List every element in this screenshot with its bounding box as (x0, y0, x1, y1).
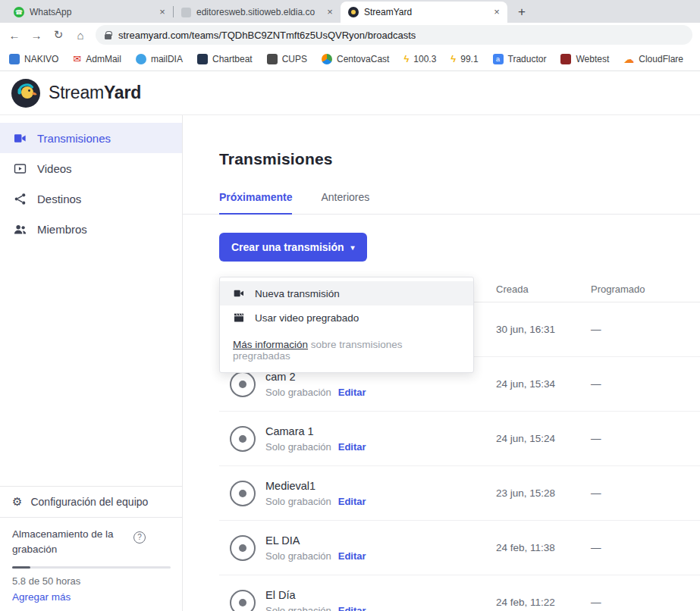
record-icon (230, 590, 256, 611)
scheduled-date: — (591, 597, 700, 608)
bookmark-webtest[interactable]: Webtest (560, 54, 609, 64)
created-date: 30 jun, 16:31 (496, 324, 591, 335)
site-favicon (181, 8, 191, 17)
traductor-icon: a (493, 54, 504, 64)
bookmark-99-1[interactable]: ϟ 99.1 (450, 54, 478, 64)
bookmark-label: AdmMail (86, 54, 121, 64)
edit-link[interactable]: Editar (338, 605, 366, 611)
broadcast-subtitle: Solo grabación (265, 496, 331, 507)
team-settings-label: Configuración del equipo (30, 496, 148, 508)
new-tab-button[interactable]: + (512, 2, 532, 22)
agregar-mas-link[interactable]: Agregar más (12, 591, 71, 603)
edit-link[interactable]: Editar (338, 550, 366, 562)
record-icon (230, 426, 256, 452)
bookmark-chartbeat[interactable]: Chartbeat (197, 54, 253, 64)
video-library-icon (13, 161, 27, 176)
bookmark-label: NAKIVO (24, 54, 58, 64)
bookmark-label: CentovaCast (337, 54, 389, 64)
sidebar-item-label: Miembros (37, 223, 87, 236)
sidebar-item-label: Transmisiones (37, 132, 111, 145)
bolt-icon: ϟ (403, 54, 409, 64)
centovacast-icon (322, 54, 332, 64)
bookmark-centovacast[interactable]: CentovaCast (322, 54, 389, 64)
tab-streamyard[interactable]: StreamYard × (341, 2, 507, 23)
cloud-icon: ☁ (623, 54, 634, 64)
bookmark-label: Chartbeat (212, 54, 253, 64)
chevron-down-icon: ▾ (351, 243, 355, 252)
nakivo-icon (9, 54, 20, 64)
bookmark-traductor[interactable]: a Traductor (493, 54, 547, 64)
bookmark-cups[interactable]: CUPS (267, 54, 307, 64)
broadcast-row[interactable]: EL DIA Solo grabaciónEditar 24 feb, 11:3… (219, 521, 700, 575)
broadcast-subtitle: Solo grabación (265, 441, 331, 453)
tab-title: WhatsApp (30, 7, 151, 17)
storage-progress (12, 566, 171, 569)
browser-address-bar: ← → ↻ ⌂ streamyard.com/teams/TQDhBC9ZNTm… (0, 23, 700, 47)
storage-progress-fill (12, 566, 30, 569)
streamyard-logo-icon (11, 78, 41, 108)
broadcast-title: Camara 1 (265, 425, 366, 437)
broadcast-title: Medieval1 (265, 480, 366, 492)
broadcast-row[interactable]: El Día Solo grabaciónEditar 24 feb, 11:2… (219, 575, 700, 611)
created-date: 24 feb, 11:38 (496, 542, 591, 553)
webtest-icon (560, 54, 571, 64)
bolt-icon: ϟ (450, 54, 456, 64)
sidebar-item-miembros[interactable]: Miembros (0, 214, 182, 244)
sidebar-item-videos[interactable]: Videos (0, 153, 182, 183)
url-text: streamyard.com/teams/TQDhBC9ZNTmft6z5UsQ… (118, 30, 416, 41)
tab-whatsapp[interactable]: ☎ WhatsApp × (6, 2, 173, 23)
streamyard-wordmark: StreamYard (49, 83, 141, 103)
close-icon[interactable]: × (156, 6, 168, 18)
record-icon (230, 535, 256, 561)
tab-proximamente[interactable]: Próximamente (219, 191, 292, 215)
sidebar-item-transmisiones[interactable]: Transmisiones (0, 123, 182, 153)
create-broadcast-label: Crear una transmisión (231, 241, 344, 253)
edit-link[interactable]: Editar (338, 496, 366, 507)
home-button[interactable]: ⌂ (74, 29, 87, 42)
column-header-programado: Programado (591, 284, 700, 295)
created-date: 24 feb, 11:22 (496, 597, 591, 608)
share-icon (13, 192, 27, 206)
back-button[interactable]: ← (8, 29, 21, 42)
menu-item-usar-video-pregrabado[interactable]: Usar video pregrabado (220, 306, 473, 330)
reload-button[interactable]: ↻ (52, 28, 65, 42)
bookmark-cloudflare[interactable]: ☁ CloudFlare (623, 54, 683, 64)
created-date: 24 jun, 15:34 (496, 378, 591, 390)
help-icon[interactable]: ? (133, 531, 146, 544)
mas-informacion-link[interactable]: Más información (233, 339, 308, 350)
bookmark-admmail[interactable]: ✉ AdmMail (73, 54, 121, 64)
close-icon[interactable]: × (491, 6, 503, 18)
tab-title: editoresweb.sitioweb.eldia.co (196, 7, 319, 17)
forward-button[interactable]: → (30, 29, 43, 42)
bookmark-label: CUPS (282, 54, 307, 64)
main-content: Transmisiones Próximamente Anteriores Cr… (183, 115, 700, 611)
broadcast-row[interactable]: Medieval1 Solo grabaciónEditar 23 jun, 1… (219, 466, 700, 521)
broadcast-subtitle: Solo grabación (265, 550, 331, 562)
url-bar[interactable]: streamyard.com/teams/TQDhBC9ZNTmft6z5UsQ… (96, 25, 692, 45)
clapperboard-icon (233, 312, 245, 324)
bookmark-100-3[interactable]: ϟ 100.3 (403, 54, 436, 64)
cups-icon (267, 54, 278, 64)
bookmark-nakivo[interactable]: NAKIVO (9, 54, 58, 64)
broadcast-subtitle: Solo grabación (265, 387, 331, 398)
menu-item-nueva-transmision[interactable]: Nueva transmisión (220, 281, 473, 306)
close-icon[interactable]: × (324, 6, 336, 18)
create-dropdown-menu: Nueva transmisión Usar video pregrabado … (219, 277, 474, 373)
bookmark-label: 100.3 (413, 54, 436, 64)
tab-editoresweb[interactable]: editoresweb.sitioweb.eldia.co × (174, 2, 341, 23)
team-settings-button[interactable]: ⚙ Configuración del equipo (0, 486, 182, 517)
broadcast-row[interactable]: Camara 1 Solo grabaciónEditar 24 jun, 15… (219, 412, 700, 466)
whatsapp-icon: ☎ (14, 7, 24, 17)
tab-title: StreamYard (364, 7, 485, 17)
create-broadcast-button[interactable]: Crear una transmisión ▾ (219, 233, 367, 262)
sidebar-item-destinos[interactable]: Destinos (0, 183, 182, 214)
scheduled-date: — (591, 378, 700, 390)
edit-link[interactable]: Editar (338, 387, 366, 398)
bookmark-label: mailDIA (151, 54, 183, 64)
tab-anteriores[interactable]: Anteriores (321, 191, 369, 214)
members-icon (13, 222, 27, 237)
bookmark-maildia[interactable]: mailDIA (136, 54, 183, 64)
storage-label: Almacenamiento de la grabación (12, 527, 133, 558)
scheduled-date: — (591, 433, 700, 444)
edit-link[interactable]: Editar (338, 441, 366, 453)
